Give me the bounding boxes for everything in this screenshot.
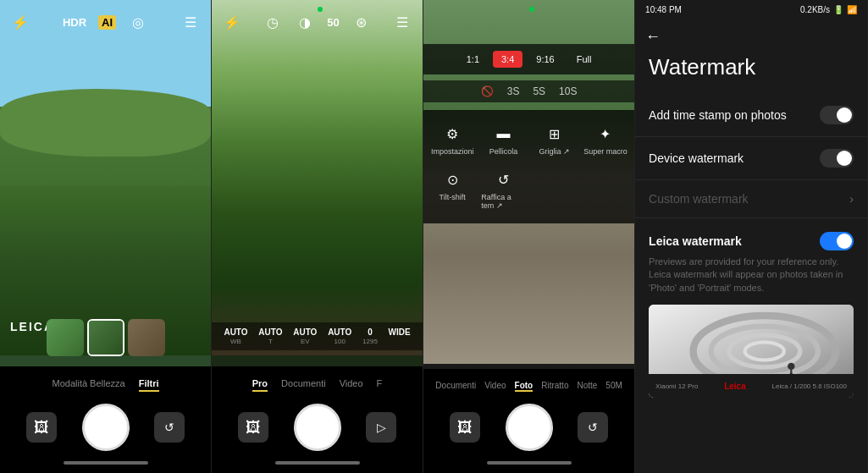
leica-toggle[interactable] <box>820 232 854 250</box>
leica-watermark-title: Leica watermark <box>649 234 742 248</box>
mode-burst[interactable]: ↺ Raffica a tem ↗ <box>478 162 528 217</box>
grid-icon: ⊞ <box>545 124 565 144</box>
tab-docs-3[interactable]: Documenti <box>435 381 476 392</box>
aspect-full[interactable]: Full <box>568 51 600 68</box>
shutter-button-1[interactable] <box>82 404 130 451</box>
mode-label-tiltshift: Tilt-shift <box>440 193 466 201</box>
leica-brand-icon: Leica <box>724 382 746 391</box>
top-center-2: ◷ ◑ 50 ⊛ <box>263 12 371 32</box>
flash-icon-2[interactable]: ⚡ <box>222 12 242 32</box>
pro-t[interactable]: AUTO T <box>258 327 282 345</box>
mode-label-film: Pellicola <box>489 147 518 156</box>
tab-50m-3[interactable]: 50M <box>605 381 622 392</box>
camera-bg-1 <box>0 0 211 355</box>
mode-label-settings: Impostazioni <box>431 147 474 156</box>
camera-controls-1: 🖼 ↺ <box>0 397 211 458</box>
status-time: 10:48 PM <box>645 5 682 14</box>
home-indicator-2 <box>275 461 360 465</box>
filter-thumb-3[interactable] <box>128 319 165 356</box>
mode-grid-mode[interactable]: ⊞ Griglia ↗ <box>529 117 580 162</box>
mode-film[interactable]: ▬ Pellicola <box>478 117 528 162</box>
status-bar: 10:48 PM 0.2KB/s 🔋 📶 <box>635 0 867 19</box>
home-indicator-1 <box>64 461 148 465</box>
chevron-icon: › <box>849 192 854 206</box>
mode-tiltshift[interactable]: ⊙ Tilt-shift <box>427 162 478 217</box>
battery-icon: 🔋 <box>833 5 843 14</box>
rotate-button-3[interactable]: ↺ <box>578 412 608 443</box>
mode-tabs-1: Modalità Bellezza Filtri <box>0 373 211 397</box>
panel-settings: 10:48 PM 0.2KB/s 🔋 📶 ← Watermark Add tim… <box>635 0 868 473</box>
mode-settings[interactable]: ⚙ Impostazioni <box>427 117 478 162</box>
timer-off[interactable]: 🚫 <box>481 85 494 97</box>
filter-thumb-1[interactable] <box>47 319 84 356</box>
camera-controls-2: 🖼 ▷ <box>212 397 423 458</box>
tab-beauty[interactable]: Modalità Bellezza <box>52 378 124 392</box>
mode-label-burst: Raffica a tem ↗ <box>481 193 525 210</box>
tab-night-3[interactable]: Notte <box>577 381 597 392</box>
pro-ev[interactable]: AUTO EV <box>293 327 317 345</box>
mode-label-grid: Griglia ↗ <box>539 147 570 156</box>
pro-settings-bar: AUTO WB AUTO T AUTO EV AUTO 100 0 1295 W… <box>212 322 423 350</box>
tab-portrait-3[interactable]: Ritratto <box>541 381 568 392</box>
gallery-button-2[interactable]: 🖼 <box>238 412 268 443</box>
back-button[interactable]: ← <box>645 28 661 46</box>
video-button-2[interactable]: ▷ <box>366 412 396 443</box>
gallery-button-1[interactable]: 🖼 <box>26 412 57 443</box>
leica-device-name: Xiaomi 12 Pro <box>655 382 698 390</box>
menu-icon-2[interactable]: ☰ <box>392 12 412 32</box>
filter-thumb-2[interactable] <box>87 319 124 356</box>
pro-wb[interactable]: AUTO WB <box>224 327 247 345</box>
timestamp-toggle[interactable] <box>820 106 854 124</box>
ai-label[interactable]: AI <box>98 15 116 30</box>
tab-documents[interactable]: Documenti <box>281 378 326 392</box>
menu-icon[interactable]: ☰ <box>180 12 201 32</box>
mode-tabs-3: Documenti Video Foto Ritratto Notte 50M <box>423 376 634 397</box>
settings-content: Add time stamp on photos Device watermar… <box>635 87 867 418</box>
pro-iso[interactable]: AUTO 100 <box>328 327 351 345</box>
lens-icon-2[interactable]: ⊛ <box>351 12 372 32</box>
tab-video-3[interactable]: Video <box>484 381 506 392</box>
indicator-dot-3 <box>529 7 534 12</box>
hills-1 <box>0 89 211 157</box>
focus-icon[interactable]: ◎ <box>128 12 148 32</box>
row-custom-watermark[interactable]: Custom watermark › <box>635 180 867 218</box>
status-data: 0.2KB/s <box>800 5 830 14</box>
gallery-button-3[interactable]: 🖼 <box>450 412 480 443</box>
settings-panel: 10:48 PM 0.2KB/s 🔋 📶 ← Watermark Add tim… <box>635 0 867 473</box>
tab-foto-3[interactable]: Foto <box>515 381 534 392</box>
camera-controls-3: 🖼 ↺ <box>423 397 634 458</box>
timer-5s[interactable]: 5S <box>533 85 545 97</box>
hdr-label[interactable]: HDR <box>63 16 86 29</box>
leica-title-row: Leica watermark <box>649 232 854 250</box>
pro-focus[interactable]: 0 1295 <box>362 327 378 345</box>
custom-watermark-label: Custom watermark <box>649 192 748 206</box>
timer-3s[interactable]: 3S <box>507 85 520 97</box>
page-title: Watermark <box>649 54 854 80</box>
tab-pro[interactable]: Pro <box>252 378 268 392</box>
flash-icon[interactable]: ⚡ <box>10 12 30 32</box>
shutter-button-2[interactable] <box>294 404 341 451</box>
rotate-button-1[interactable]: ↺ <box>154 412 185 443</box>
mode-supermacro[interactable]: ✦ Super macro <box>580 117 631 162</box>
burst-icon: ↺ <box>493 169 513 190</box>
macro-icon: ✦ <box>595 124 616 144</box>
device-watermark-label: Device watermark <box>649 151 744 165</box>
top-bar-1: ⚡ HDR AI ◎ ☰ <box>0 0 211 44</box>
mode-tabs-2: Pro Documenti Video F <box>212 373 423 397</box>
timer-10s[interactable]: 10S <box>559 85 577 97</box>
aspect-1-1[interactable]: 1:1 <box>458 51 488 68</box>
toggle-knob-2 <box>837 151 852 166</box>
device-watermark-toggle[interactable] <box>820 149 854 168</box>
leica-section: Leica watermark Previews are provided fo… <box>635 218 867 411</box>
tab-f[interactable]: F <box>377 378 383 392</box>
wifi-icon: 📶 <box>847 5 857 14</box>
pro-lens[interactable]: WIDE <box>389 327 411 345</box>
timer-icon-2[interactable]: ◷ <box>263 12 283 32</box>
tab-video[interactable]: Video <box>340 378 363 392</box>
aspect-3-4[interactable]: 3:4 <box>493 51 522 68</box>
shutter-button-3[interactable] <box>506 404 553 451</box>
exposure-icon-2[interactable]: ◑ <box>295 12 315 32</box>
aspect-9-16[interactable]: 9:16 <box>528 51 562 68</box>
tab-filters[interactable]: Filtri <box>139 378 159 392</box>
bottom-controls-2: Pro Documenti Video F 🖼 ▷ <box>212 366 423 473</box>
